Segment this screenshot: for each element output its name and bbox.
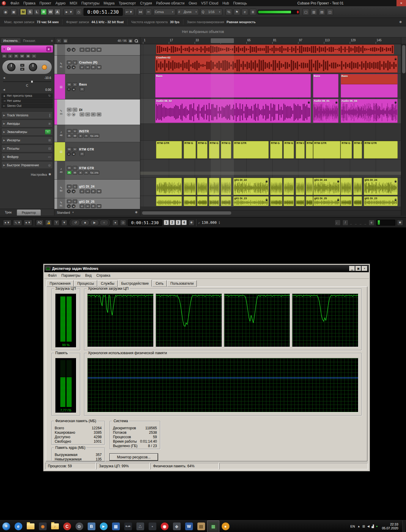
audio-clip[interactable]	[197, 178, 207, 195]
transport-gear-icon[interactable]: ✱	[397, 220, 403, 226]
nodes-app-icon[interactable]: ∴	[134, 520, 146, 532]
flag-button[interactable]: ⚑	[234, 9, 240, 15]
pan-knob[interactable]	[29, 63, 37, 71]
audio-clip[interactable]: git1 DI_22	[233, 178, 269, 195]
track-solo-button[interactable]: s	[73, 129, 77, 133]
cubase-icon[interactable]: C	[61, 520, 73, 532]
track-button-R[interactable]: R	[67, 171, 72, 175]
punch-button[interactable]: ●	[112, 220, 118, 226]
track-button-R[interactable]: R	[67, 134, 72, 138]
menubar-item[interactable]: Студия	[138, 1, 154, 5]
record-enable-icon[interactable]: ●	[67, 65, 71, 69]
track-solo-button[interactable]: s	[73, 185, 77, 189]
split-tool-button[interactable]: ✂	[145, 9, 152, 15]
ruler-cycle-region[interactable]	[211, 38, 234, 43]
footer-gear-icon[interactable]: ✱	[135, 210, 138, 214]
audio-clip[interactable]	[197, 196, 207, 206]
track-button-∞[interactable]: ∞	[85, 204, 90, 208]
dark-app-icon[interactable]: ▪	[146, 520, 158, 532]
track-mute-button[interactable]: m	[67, 129, 72, 133]
percent-button[interactable]: %	[226, 9, 232, 15]
track-row[interactable]: ♪49msRTM GTRRWe∞Гр...сть	[54, 161, 140, 179]
automation-w-button[interactable]: W	[48, 9, 53, 15]
track-button-R[interactable]: R	[91, 204, 96, 208]
record-button[interactable]: ○	[100, 220, 108, 226]
hexagon-app-icon[interactable]: ◆	[171, 520, 183, 532]
info-gear-icon[interactable]: ✱	[399, 20, 402, 24]
marker-button-1[interactable]: 1	[164, 220, 169, 225]
quantize-dropdown[interactable]: Q1/16▼	[200, 9, 222, 15]
y-flag-button[interactable]: Y	[53, 220, 59, 226]
network-icon[interactable]: ▟	[372, 525, 374, 528]
audio-clip[interactable]: git1 DI_24	[313, 178, 340, 195]
track-solo-button[interactable]: s	[73, 61, 77, 64]
mini-button-×[interactable]: ×	[32, 54, 37, 58]
lock-button[interactable]: 🔏	[45, 220, 52, 226]
selected-track-header[interactable]: ▼ DI e	[1, 45, 53, 53]
track-button-Гр...сть[interactable]: Гр...сть	[89, 171, 99, 175]
listen-button[interactable]	[42, 65, 47, 70]
track-button-R[interactable]: R	[91, 65, 96, 69]
track-button-∞[interactable]: ∞	[85, 113, 90, 116]
taskmgr-tab[interactable]: Службы	[97, 280, 117, 287]
grid-type-dropdown[interactable]: #Доля▼	[177, 9, 199, 15]
audio-clip[interactable]	[353, 196, 362, 206]
audio-clip[interactable]	[156, 196, 182, 206]
audio-clip[interactable]	[156, 178, 182, 195]
midi-activity-button[interactable]: ●▼	[24, 220, 32, 226]
audio-clip[interactable]	[353, 178, 362, 195]
track-button-W[interactable]: W	[73, 134, 77, 138]
monitor-icon[interactable]: ◀	[72, 204, 75, 208]
audio-clip[interactable]: RTM GTR	[156, 141, 182, 159]
telegram-icon[interactable]: ►	[97, 520, 110, 532]
audio-clip[interactable]: Audio 06_04	[341, 99, 398, 123]
audio-clip[interactable]: Bass	[155, 74, 311, 98]
automation-m-button[interactable]: M	[20, 9, 26, 15]
audio-clip[interactable]: RTM G	[184, 141, 196, 159]
track-mute-button[interactable]: m	[67, 83, 72, 86]
audio-clip[interactable]: Bass	[313, 74, 339, 98]
monitor-icon[interactable]: ◀	[72, 87, 75, 91]
audio-clip[interactable]: git1 DI_25	[313, 196, 340, 206]
tab-inspector[interactable]: Инспекто.	[1, 38, 21, 43]
audio-clip[interactable]: git1 DI_24	[364, 178, 398, 195]
taskmgr-menu-item[interactable]: Параметры	[59, 273, 83, 278]
track-solo-button[interactable]: s	[73, 200, 77, 203]
audio-clip[interactable]	[296, 196, 305, 206]
taskmgr-menu-item[interactable]: Справка	[94, 273, 113, 278]
track-button-W[interactable]: W	[97, 48, 101, 52]
lowcut-button[interactable]: ■	[20, 68, 24, 71]
audio-clip[interactable]	[341, 178, 352, 195]
volume-icon[interactable]: ◀	[367, 525, 369, 528]
audio-clip[interactable]: RTM GTR	[364, 141, 398, 159]
track-button-e[interactable]: e	[80, 189, 84, 193]
audio-clip[interactable]	[156, 45, 394, 54]
taskmgr-tab[interactable]: Приложения	[46, 280, 74, 287]
edit-channel-button[interactable]: e	[46, 47, 51, 51]
taskmgr-tab[interactable]: Быстродействие	[118, 280, 152, 287]
audio-clip[interactable]	[296, 178, 305, 195]
audio-clip[interactable]	[184, 178, 196, 195]
track-button-W[interactable]: W	[97, 113, 101, 116]
mini-button-R[interactable]: R	[14, 54, 19, 58]
tempo-value[interactable]: 130.000	[202, 221, 217, 225]
audio-clip[interactable]: RTM	[306, 141, 313, 159]
settings-gear-icon[interactable]: ✱	[48, 172, 51, 176]
blue-app-icon[interactable]: ▦	[110, 520, 122, 532]
stop-button[interactable]: ■	[81, 220, 89, 226]
user-button[interactable]: ▼	[61, 220, 67, 226]
track-solo-button[interactable]: s	[73, 166, 77, 170]
explorer-folder-icon[interactable]	[24, 520, 37, 532]
collapse-icon[interactable]: ▼	[3, 48, 5, 50]
record-enable-icon[interactable]: ●	[67, 48, 71, 52]
record-enable-icon[interactable]: ●	[67, 189, 71, 193]
add-track-button[interactable]: +	[56, 38, 62, 43]
marker-button-4[interactable]: 4	[182, 220, 187, 225]
track-row[interactable]: ♪48msINSTRRWe∞Гр...сть	[54, 125, 140, 142]
orange-app-icon[interactable]: ●	[219, 520, 232, 532]
track-mute-button[interactable]: m	[67, 166, 72, 170]
red-media-player-icon[interactable]: ◉	[158, 520, 171, 532]
snap-mode-dropdown[interactable]: Сетка▼	[153, 9, 175, 15]
track-button-R[interactable]: R	[91, 48, 96, 52]
horizontal-scrollbar[interactable]	[140, 210, 401, 216]
